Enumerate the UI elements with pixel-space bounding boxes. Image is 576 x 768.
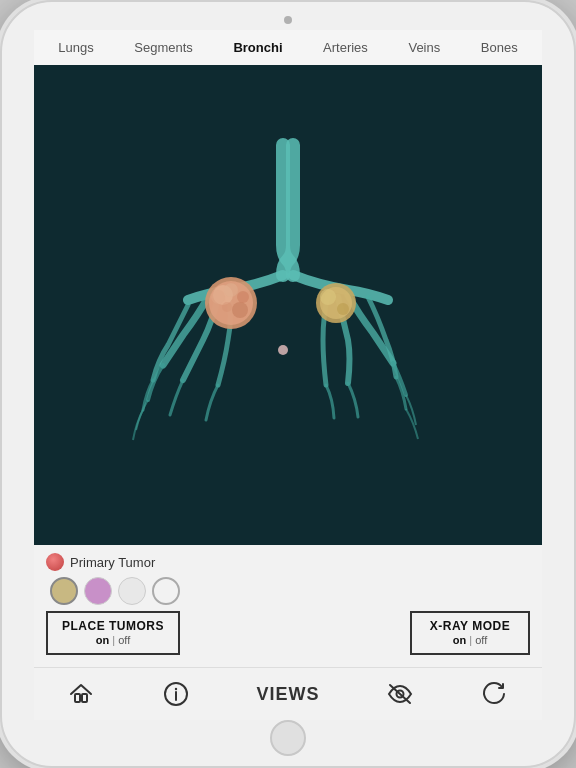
hide-button[interactable] [374,676,426,712]
nav-lungs[interactable]: Lungs [54,38,97,57]
eye-off-icon [386,680,414,708]
bottom-bar: VIEWS [34,667,542,720]
views-button[interactable]: VIEWS [244,680,331,709]
tablet-frame: Lungs Segments Bronchi Arteries Veins Bo… [0,0,576,768]
action-buttons-row: PLACE TUMORS on | off X-RAY MODE on | of… [46,611,530,655]
color-tan[interactable] [50,577,78,605]
xray-mode-title: X-RAY MODE [426,619,514,633]
home-button[interactable] [55,676,107,712]
bronchi-visualization [128,135,448,475]
info-icon [162,680,190,708]
tumor-color-selector [46,577,530,605]
reset-icon [481,680,509,708]
screen: Lungs Segments Bronchi Arteries Veins Bo… [34,30,542,720]
views-label: VIEWS [256,684,319,705]
svg-point-17 [175,688,177,690]
nav-arteries[interactable]: Arteries [319,38,372,57]
xray-mode-button[interactable]: X-RAY MODE on | off [410,611,530,655]
primary-tumor-indicator [46,553,64,571]
top-navigation: Lungs Segments Bronchi Arteries Veins Bo… [34,30,542,65]
front-camera [284,16,292,24]
xray-mode-off: off [475,634,487,646]
svg-point-12 [278,345,288,355]
place-tumors-title: PLACE TUMORS [62,619,164,633]
reset-button[interactable] [469,676,521,712]
svg-point-7 [224,283,238,297]
3d-view[interactable] [34,65,542,545]
svg-point-5 [211,290,225,304]
home-hardware-button[interactable] [270,720,306,756]
nav-bronchi[interactable]: Bronchi [229,38,286,57]
nav-veins[interactable]: Veins [404,38,444,57]
svg-point-11 [337,303,349,315]
xray-mode-state: on | off [453,634,487,646]
place-tumors-state: on | off [96,634,130,646]
svg-point-3 [232,302,248,318]
nav-segments[interactable]: Segments [130,38,197,57]
place-tumors-on: on [96,634,109,646]
nav-bones[interactable]: Bones [477,38,522,57]
color-lavender[interactable] [84,577,112,605]
xray-mode-on: on [453,634,466,646]
color-light-gray[interactable] [152,577,180,605]
svg-rect-14 [82,694,87,702]
svg-point-10 [320,289,336,305]
place-tumors-off: off [118,634,130,646]
svg-rect-13 [75,694,80,702]
controls-panel: Primary Tumor PLACE TUMORS on | off [34,545,542,667]
svg-point-4 [222,302,232,312]
svg-point-6 [237,291,249,303]
home-icon [67,680,95,708]
place-tumors-button[interactable]: PLACE TUMORS on | off [46,611,180,655]
svg-line-19 [390,685,410,703]
primary-tumor-row: Primary Tumor [46,553,530,571]
color-white[interactable] [118,577,146,605]
primary-tumor-label: Primary Tumor [70,555,155,570]
info-button[interactable] [150,676,202,712]
